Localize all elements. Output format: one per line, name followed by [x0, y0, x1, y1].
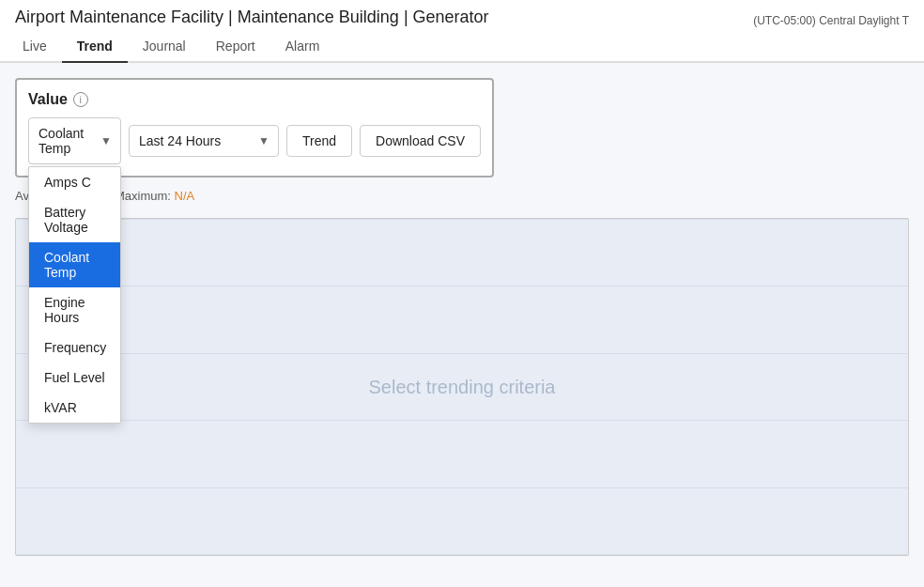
- panel-header: Value i: [28, 91, 481, 108]
- tab-live[interactable]: Live: [8, 31, 62, 63]
- grid-line-5: [16, 487, 908, 488]
- tab-report[interactable]: Report: [201, 31, 270, 63]
- chart-area: Select trending criteria: [15, 218, 909, 556]
- dropdown-item-frequency[interactable]: Frequency: [29, 332, 120, 363]
- chart-placeholder: Select trending criteria: [369, 377, 556, 398]
- main-content: Value i Coolant Temp ▼ Amps C Battery Vo…: [0, 63, 924, 587]
- dropdown-item-coolant-temp[interactable]: Coolant Temp: [29, 242, 120, 287]
- grid-line-6: [16, 554, 908, 555]
- tab-trend[interactable]: Trend: [62, 31, 128, 63]
- maximum-label: Maximum:: [115, 189, 171, 203]
- dropdown-item-amps-c[interactable]: Amps C: [29, 167, 120, 197]
- header: Airport Maintenance Facility | Maintenan…: [0, 0, 924, 31]
- dropdown-item-engine-hours[interactable]: Engine Hours: [29, 287, 120, 332]
- value-dropdown-menu: Amps C Battery Voltage Coolant Temp Engi…: [28, 166, 121, 424]
- value-panel: Value i Coolant Temp ▼ Amps C Battery Vo…: [15, 78, 494, 178]
- tab-journal[interactable]: Journal: [128, 31, 201, 63]
- value-select[interactable]: Coolant Temp: [28, 117, 121, 164]
- tab-alarm[interactable]: Alarm: [270, 31, 335, 63]
- timezone-label: (UTC-05:00) Central Daylight T: [753, 14, 909, 27]
- stats-row: Average ge: N/A Maximum: N/A: [15, 181, 909, 210]
- time-range-select[interactable]: Last 24 Hours: [129, 125, 279, 157]
- info-icon[interactable]: i: [73, 92, 88, 107]
- dropdown-item-battery-voltage[interactable]: Battery Voltage: [29, 197, 120, 242]
- grid-line-3: [16, 353, 908, 354]
- dropdown-item-kvar[interactable]: kVAR: [29, 393, 120, 423]
- grid-line-2: [16, 286, 908, 286]
- tab-bar: Live Trend Journal Report Alarm: [0, 31, 924, 63]
- trend-button[interactable]: Trend: [286, 125, 352, 157]
- grid-line-1: [16, 219, 908, 220]
- time-range-wrapper: Last 24 Hours ▼: [129, 125, 279, 157]
- grid-line-4: [16, 420, 908, 421]
- app-container: Airport Maintenance Facility | Maintenan…: [0, 0, 924, 587]
- value-select-wrapper: Coolant Temp ▼ Amps C Battery Voltage Co…: [28, 117, 121, 164]
- value-label: Value: [28, 91, 68, 108]
- maximum-value: N/A: [175, 189, 195, 203]
- page-title: Airport Maintenance Facility | Maintenan…: [15, 8, 489, 27]
- controls-bar: Coolant Temp ▼ Amps C Battery Voltage Co…: [28, 117, 481, 164]
- dropdown-item-fuel-level[interactable]: Fuel Level: [29, 363, 120, 393]
- download-csv-button[interactable]: Download CSV: [360, 125, 481, 157]
